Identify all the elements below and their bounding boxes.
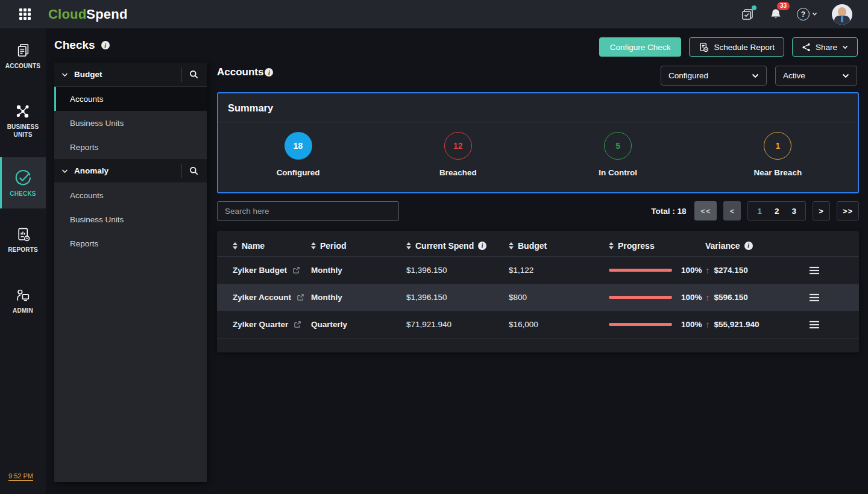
chevron-down-icon — [752, 73, 759, 78]
table-row[interactable]: Zylker Budget Monthly $1,396.150 $1,122 … — [217, 257, 859, 284]
table-bottom-divider — [217, 338, 859, 346]
progress-percent: 100% — [681, 266, 702, 275]
tasks-icon[interactable] — [740, 7, 755, 22]
row-name-link[interactable]: Zylker Quarter — [233, 320, 311, 329]
rail-item-accounts[interactable]: ACCOUNTS — [0, 37, 46, 77]
notification-badge: 33 — [777, 2, 790, 10]
rail-item-reports[interactable]: REPORTS — [0, 220, 46, 260]
stat-breached[interactable]: 12 Breached — [378, 132, 538, 177]
row-current-spend: $71,921.940 — [406, 320, 509, 329]
external-link-icon — [292, 266, 300, 274]
menu-icon — [809, 293, 820, 302]
col-label: Period — [320, 241, 347, 251]
page-1[interactable]: 1 — [757, 207, 762, 216]
row-period: Monthly — [311, 293, 406, 302]
info-icon[interactable]: i — [478, 242, 486, 250]
rail-item-admin[interactable]: ADMIN — [0, 281, 46, 321]
sidebar-item-budget-business-units[interactable]: Business Units — [54, 111, 207, 135]
accounts-title-text: Accounts — [217, 66, 263, 78]
variance-up-icon: ↑ — [705, 266, 710, 275]
col-name[interactable]: Name — [233, 241, 311, 251]
info-icon[interactable]: i — [101, 41, 110, 49]
chevron-down-icon — [61, 72, 68, 77]
top-bar: CloudSpend 33 ? — [0, 0, 868, 28]
variance-up-icon: ↑ — [705, 293, 710, 302]
col-label: Name — [242, 241, 265, 251]
sidebar-section-budget[interactable]: Budget — [54, 63, 207, 87]
first-page-button[interactable]: << — [694, 201, 717, 220]
row-progress: 100% — [609, 293, 705, 302]
divider — [181, 67, 182, 82]
variance-up-icon: ↑ — [705, 320, 710, 329]
next-page-button[interactable]: > — [813, 201, 830, 220]
row-variance: ↑ $55,921.940 — [705, 320, 785, 329]
table-row[interactable]: Zylker Account Monthly $1,396.150 $800 1… — [217, 284, 859, 311]
col-budget[interactable]: Budget — [509, 241, 609, 251]
active-filter-value: Active — [783, 71, 805, 80]
row-menu-button[interactable] — [785, 320, 843, 329]
search-icon[interactable] — [188, 69, 200, 80]
checks-sidebar: Budget Accounts Business Units Reports A… — [54, 63, 207, 482]
budget-items: Accounts Business Units Reports — [54, 87, 207, 159]
stat-configured[interactable]: 18 Configured — [218, 132, 378, 177]
stat-in-control[interactable]: 5 In Control — [538, 132, 698, 177]
search-icon[interactable] — [188, 165, 200, 177]
col-label: Budget — [518, 241, 547, 251]
stat-near-breach[interactable]: 1 Near Breach — [698, 132, 858, 177]
nav-rail: ACCOUNTS BUSINESS UNITS CHECKS REPORTS — [0, 28, 46, 494]
sidebar-item-budget-accounts[interactable]: Accounts — [54, 87, 207, 111]
page-3[interactable]: 3 — [791, 207, 796, 216]
table-row[interactable]: Zylker Quarter Quarterly $71,921.940 $16… — [217, 311, 859, 338]
logo-spend-text: Spend — [86, 7, 127, 22]
row-budget: $16,000 — [509, 320, 609, 329]
chevron-down-icon — [61, 169, 68, 174]
external-link-icon — [294, 320, 301, 328]
help-icon[interactable]: ? — [797, 8, 817, 20]
sort-icon — [609, 242, 614, 249]
rail-item-checks[interactable]: CHECKS — [0, 157, 46, 209]
sidebar-section-anomaly[interactable]: Anomaly — [54, 159, 207, 183]
col-period[interactable]: Period — [311, 241, 406, 251]
sidebar-item-budget-reports[interactable]: Reports — [54, 135, 207, 159]
reports-icon — [15, 227, 31, 243]
stat-circle-near-breach: 1 — [764, 132, 791, 160]
cloudspend-logo[interactable]: CloudSpend — [48, 7, 128, 22]
checks-icon — [14, 168, 33, 187]
col-progress[interactable]: Progress — [609, 241, 705, 251]
prev-page-button[interactable]: < — [723, 201, 741, 220]
row-name-text: Zylker Account — [233, 293, 291, 302]
row-name-text: Zylker Quarter — [233, 320, 288, 329]
row-name-link[interactable]: Zylker Account — [233, 293, 311, 302]
row-menu-button[interactable] — [785, 293, 843, 302]
app-grid-icon[interactable] — [19, 8, 31, 20]
session-time[interactable]: 9:52 PM — [8, 472, 33, 481]
rail-label: REPORTS — [8, 246, 38, 254]
section-anomaly-label: Anomaly — [74, 166, 108, 175]
sidebar-item-anomaly-business-units[interactable]: Business Units — [54, 207, 207, 231]
stat-label: Configured — [277, 168, 320, 177]
sidebar-item-anomaly-accounts[interactable]: Accounts — [54, 183, 207, 207]
rail-item-business-units[interactable]: BUSINESS UNITS — [0, 97, 46, 145]
info-icon[interactable]: i — [744, 242, 753, 250]
row-name-link[interactable]: Zylker Budget — [233, 266, 311, 275]
col-current-spend[interactable]: Current Spendi — [406, 241, 509, 251]
row-period: Monthly — [311, 266, 406, 275]
row-budget: $1,122 — [509, 266, 609, 275]
last-page-button[interactable]: >> — [837, 201, 859, 220]
user-avatar[interactable] — [832, 4, 852, 25]
summary-title: Summary — [218, 93, 858, 122]
row-menu-button[interactable] — [785, 266, 843, 275]
status-filter-dropdown[interactable]: Configured — [661, 66, 767, 86]
row-period: Quarterly — [311, 320, 406, 329]
page-2[interactable]: 2 — [775, 207, 779, 216]
avatar-head — [838, 7, 846, 16]
search-input[interactable] — [217, 201, 399, 221]
active-filter-dropdown[interactable]: Active — [775, 66, 857, 86]
notifications-bell-icon[interactable]: 33 — [769, 7, 782, 21]
progress-percent: 100% — [681, 293, 702, 302]
col-variance: Variancei — [705, 241, 785, 251]
info-icon[interactable]: i — [265, 68, 273, 77]
variance-value: $596.150 — [714, 293, 748, 302]
avatar-tie — [841, 16, 843, 22]
sidebar-item-anomaly-reports[interactable]: Reports — [54, 231, 207, 255]
